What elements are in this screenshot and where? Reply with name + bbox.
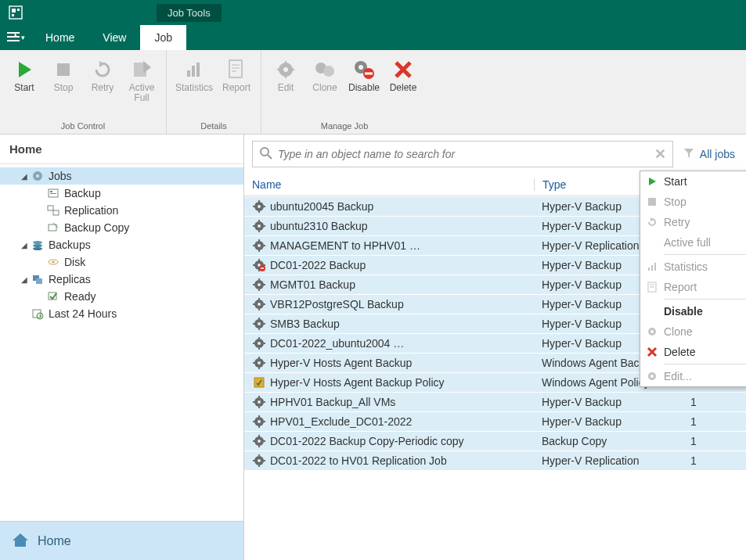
- search-box[interactable]: ✕: [252, 141, 673, 167]
- svg-point-36: [52, 261, 55, 263]
- svg-rect-30: [53, 210, 59, 215]
- svg-rect-91: [253, 343, 255, 344]
- tree-node-backups[interactable]: ◢ Backups: [0, 236, 243, 253]
- home-nav-button[interactable]: Home: [0, 521, 243, 560]
- clone-button[interactable]: Clone: [305, 53, 344, 121]
- svg-point-51: [258, 224, 261, 228]
- svg-rect-64: [258, 259, 260, 261]
- table-row[interactable]: DC01-2022 Backup Copy-Periodic copyBacku…: [244, 431, 746, 451]
- disable-button[interactable]: Disable: [344, 53, 384, 121]
- ctx-delete[interactable]: Delete: [640, 342, 746, 362]
- menu-view[interactable]: View: [88, 25, 140, 50]
- label: Replicas: [45, 273, 91, 285]
- svg-rect-111: [263, 421, 265, 422]
- svg-rect-55: [263, 225, 265, 227]
- svg-point-70: [258, 283, 261, 286]
- collapse-icon[interactable]: ◢: [19, 275, 30, 284]
- search-input[interactable]: [278, 148, 654, 160]
- label: Start: [664, 175, 687, 188]
- retry-button[interactable]: Retry: [83, 53, 122, 121]
- svg-rect-12: [229, 60, 242, 77]
- clear-icon[interactable]: ✕: [654, 145, 666, 163]
- tree-node-backup[interactable]: Backup: [0, 185, 243, 202]
- ctx-statistics[interactable]: Statistics: [640, 257, 746, 277]
- svg-point-19: [323, 66, 334, 77]
- funnel-icon: [683, 147, 695, 162]
- svg-rect-121: [258, 465, 260, 467]
- job-icon: [252, 356, 266, 370]
- job-icon: [252, 375, 266, 389]
- ctx-clone[interactable]: Clone: [640, 321, 746, 342]
- svg-rect-102: [258, 396, 260, 398]
- separator: [664, 364, 746, 364]
- label: Ready: [61, 290, 96, 303]
- job-name: ubuntu2310 Backup: [270, 220, 368, 232]
- svg-rect-127: [654, 263, 656, 271]
- svg-point-88: [258, 342, 261, 345]
- table-row[interactable]: DC01-2022 to HV01 Replication JobHyper-V…: [244, 451, 746, 470]
- label: Start: [14, 83, 34, 93]
- label: Jobs: [45, 170, 72, 182]
- delete-button[interactable]: Delete: [384, 53, 423, 121]
- edit-button[interactable]: Edit: [266, 53, 305, 121]
- svg-rect-52: [258, 220, 260, 222]
- svg-rect-90: [258, 347, 260, 350]
- ribbon-group-manage-job: Edit Clone Disable Delete Manage Job: [261, 50, 427, 134]
- job-name: Hyper-V Hosts Agent Backup Policy: [270, 376, 445, 389]
- ctx-start[interactable]: Start: [640, 171, 746, 192]
- ctx-active-full[interactable]: Active full: [640, 232, 746, 253]
- tree-node-last24[interactable]: Last 24 Hours: [0, 305, 243, 322]
- svg-rect-109: [258, 425, 260, 428]
- tree-node-replicas[interactable]: ◢ Replicas: [0, 271, 243, 288]
- retry-icon: [640, 217, 664, 228]
- svg-point-94: [258, 361, 261, 364]
- ctx-edit[interactable]: Edit...: [640, 366, 746, 386]
- tree-node-ready[interactable]: Ready: [0, 288, 243, 305]
- svg-rect-58: [258, 239, 260, 242]
- ctx-report[interactable]: Report: [640, 277, 746, 297]
- tree-node-jobs[interactable]: ◢ Jobs: [0, 167, 243, 185]
- ribbon: Start Stop Retry ActiveFull Job Control …: [0, 50, 746, 135]
- svg-rect-54: [253, 225, 255, 227]
- collapse-icon[interactable]: ◢: [19, 172, 30, 181]
- tree-node-replication[interactable]: Replication: [0, 202, 243, 219]
- menu-home[interactable]: Home: [31, 25, 88, 50]
- stop-button[interactable]: Stop: [44, 53, 83, 121]
- table-row[interactable]: HPV01_Exclude_DC01-2022Hyper-V Backup1: [244, 411, 746, 431]
- label: Report: [222, 83, 250, 93]
- job-name: SMB3 Backup: [270, 318, 340, 330]
- main-menu-button[interactable]: ▾: [0, 25, 31, 50]
- report-button[interactable]: Report: [217, 53, 256, 121]
- ribbon-group-job-control: Start Stop Retry ActiveFull Job Control: [0, 50, 167, 134]
- svg-rect-9: [187, 70, 190, 77]
- job-icon: [252, 199, 266, 214]
- job-icon: [252, 395, 266, 409]
- tree-node-backup-copy[interactable]: Backup Copy: [0, 219, 243, 236]
- job-icon: [252, 278, 266, 292]
- ctx-retry[interactable]: Retry: [640, 212, 746, 232]
- separator: [664, 299, 746, 300]
- header-name[interactable]: Name: [244, 178, 534, 191]
- label: Clone: [664, 325, 693, 338]
- filter-all-jobs[interactable]: All jobs: [683, 147, 738, 162]
- svg-rect-27: [50, 191, 52, 192]
- ctx-stop[interactable]: Stop: [640, 192, 746, 212]
- svg-point-32: [33, 241, 42, 244]
- menu-job[interactable]: Job: [140, 25, 186, 50]
- svg-point-119: [258, 459, 261, 462]
- job-objects: 1: [683, 454, 746, 467]
- svg-rect-98: [263, 362, 265, 364]
- statistics-button[interactable]: Statistics: [171, 53, 217, 121]
- ready-icon: [45, 290, 61, 303]
- table-row[interactable]: HPHV01 Backup_All VMsHyper-V Backup1: [244, 392, 746, 411]
- svg-rect-23: [365, 73, 373, 75]
- ctx-disable[interactable]: Disable: [640, 301, 746, 321]
- svg-rect-108: [258, 415, 260, 418]
- job-name: HPV01_Exclude_DC01-2022: [270, 415, 412, 428]
- tree-node-disk[interactable]: Disk: [0, 253, 243, 271]
- start-button[interactable]: Start: [5, 53, 44, 121]
- active-full-button[interactable]: ActiveFull: [122, 53, 161, 121]
- label: Clone: [312, 83, 337, 93]
- collapse-icon[interactable]: ◢: [19, 241, 30, 249]
- job-objects: 1: [683, 415, 746, 428]
